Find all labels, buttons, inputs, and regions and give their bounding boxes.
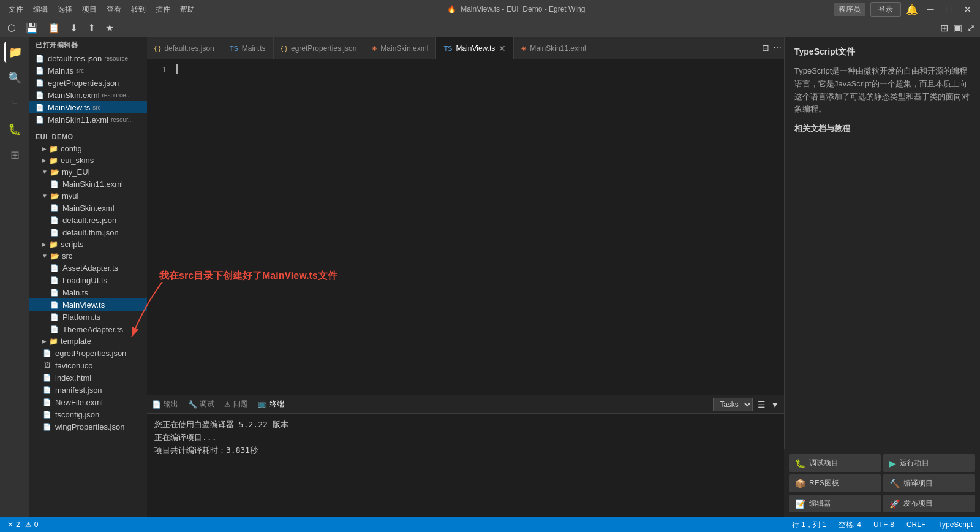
file-wing-props[interactable]: 📄 wingProperties.json xyxy=(29,420,147,433)
file-tsconfig[interactable]: 📄 tsconfig.json xyxy=(29,408,147,420)
star-icon[interactable]: ★ xyxy=(103,21,116,35)
tab-default-res[interactable]: { } default.res.json xyxy=(147,37,222,59)
file-platform-ts[interactable]: 📄 Platform.ts xyxy=(29,311,147,323)
folder-my-eui[interactable]: ▼ 📂 my_EUI xyxy=(29,166,147,178)
encoding[interactable]: UTF-8 xyxy=(871,520,897,529)
run-project-button[interactable]: ▶ 运行项目 xyxy=(883,454,975,472)
problems-icon: ⚠ xyxy=(224,400,231,409)
file-asset-adapter[interactable]: 📄 AssetAdapter.ts xyxy=(29,262,147,274)
user-role[interactable]: 程序员 xyxy=(834,3,865,16)
indentation[interactable]: 空格: 4 xyxy=(836,520,864,530)
close-button[interactable]: ✕ xyxy=(960,4,975,15)
open-file-egret-props[interactable]: 📄 egretProperties.json xyxy=(29,77,147,89)
explorer-icon[interactable]: 📁 xyxy=(4,42,25,63)
file-manifest-json[interactable]: 📄 manifest.json xyxy=(29,384,147,396)
terminal-tab-problems[interactable]: ⚠ 问题 xyxy=(224,397,248,412)
open-file-mainview[interactable]: 📄 MainView.ts src xyxy=(29,101,147,113)
file-default-res-json[interactable]: 📄 default.res.json xyxy=(29,214,147,226)
publish-project-button[interactable]: 🚀 发布项目 xyxy=(883,495,975,512)
file-main-ts[interactable]: 📄 Main.ts xyxy=(29,286,147,298)
menu-view[interactable]: 查看 xyxy=(103,3,125,16)
login-button[interactable]: 登录 xyxy=(870,2,901,17)
task-select[interactable]: Tasks xyxy=(713,398,753,411)
terminal-tab-output[interactable]: 📄 输出 xyxy=(152,397,178,412)
ts-tab-icon: TS xyxy=(443,45,452,52)
source-control-icon[interactable]: ⑂ xyxy=(4,93,25,114)
res-editor-button[interactable]: 📦 RES图板 xyxy=(789,474,881,492)
folder-template[interactable]: ▶ 📁 template xyxy=(29,335,147,347)
extensions-icon[interactable]: ⊞ xyxy=(4,145,25,165)
file-mainskin11[interactable]: 📄 MainSkin11.exml xyxy=(29,178,147,190)
tab-close-icon[interactable]: ✕ xyxy=(499,44,506,53)
folder-config[interactable]: ▶ 📁 config xyxy=(29,143,147,154)
menu-plugins[interactable]: 插件 xyxy=(152,3,174,16)
cursor xyxy=(176,64,178,74)
download-icon[interactable]: ⬇ xyxy=(67,21,80,35)
split-editor-icon[interactable]: ⊞ xyxy=(940,22,948,34)
code-editor-button[interactable]: 📝 编辑器 xyxy=(789,495,881,512)
tab-mainview-ts[interactable]: TS MainView.ts ✕ xyxy=(436,37,514,59)
menu-goto[interactable]: 转到 xyxy=(127,3,149,16)
upload-icon[interactable]: ⬆ xyxy=(85,21,98,35)
folder-scripts[interactable]: ▶ 📁 scripts xyxy=(29,238,147,250)
save-icon[interactable]: 💾 xyxy=(23,21,40,35)
errors-count[interactable]: ✕ 2 ⚠ 0 xyxy=(5,520,40,529)
copy-icon[interactable]: 📋 xyxy=(45,21,62,35)
file-mainview-ts[interactable]: 📄 MainView.ts xyxy=(29,298,147,311)
split-view-icon[interactable]: ⊟ xyxy=(762,43,769,53)
menu-select[interactable]: 选择 xyxy=(54,3,76,16)
open-file-mainskin[interactable]: 📄 MainSkin.exml resource... xyxy=(29,89,147,101)
minimize-button[interactable]: ─ xyxy=(923,4,937,15)
open-file-main-ts[interactable]: 📄 Main.ts src xyxy=(29,64,147,77)
file-egret-props-json[interactable]: 📄 egretProperties.json xyxy=(29,347,147,359)
menu-file[interactable]: 文件 xyxy=(5,3,27,16)
debug-project-button[interactable]: 🐛 调试项目 xyxy=(789,454,881,472)
terminal-tab-debug[interactable]: 🔧 调试 xyxy=(188,397,214,412)
clear-terminal-icon[interactable]: ☰ xyxy=(758,400,766,409)
line-ending[interactable]: CRLF xyxy=(904,520,928,529)
chevron-right-icon: ▶ xyxy=(42,241,47,248)
warning-icon: ⚠ xyxy=(25,520,32,529)
more-tabs-icon[interactable]: ⋯ xyxy=(773,43,782,53)
debug-btn-icon: 🐛 xyxy=(795,458,805,468)
open-file-mainskin11[interactable]: 📄 MainSkin11.exml resour... xyxy=(29,113,147,126)
file-loading-ui[interactable]: 📄 LoadingUI.ts xyxy=(29,274,147,286)
file-newfile-exml[interactable]: 📄 NewFile.exml xyxy=(29,396,147,408)
ico-icon: 🖼 xyxy=(42,360,53,370)
menu-project[interactable]: 项目 xyxy=(78,3,100,16)
layout-icon[interactable]: ▣ xyxy=(953,22,962,34)
cursor-position[interactable]: 行 1，列 1 xyxy=(790,520,829,530)
search-icon[interactable]: 🔍 xyxy=(4,67,25,88)
compile-project-button[interactable]: 🔨 编译项目 xyxy=(883,474,975,492)
tab-mainskin11[interactable]: ◈ MainSkin11.exml xyxy=(514,37,594,59)
maximize-button[interactable]: □ xyxy=(943,4,955,14)
titlebar: 文件 编辑 选择 项目 查看 转到 插件 帮助 🔥 MainView.ts - … xyxy=(0,0,980,18)
tab-main-ts[interactable]: TS Main.ts xyxy=(222,37,274,59)
folder-src[interactable]: ▼ 📂 src xyxy=(29,250,147,262)
menu-edit[interactable]: 编辑 xyxy=(29,3,51,16)
tab-mainskin[interactable]: ◈ MainSkin.exml xyxy=(364,37,436,59)
new-file-icon[interactable]: ⬡ xyxy=(5,21,18,35)
docs-link[interactable]: 相关文档与教程 xyxy=(794,123,970,134)
folder-open-icon: 📂 xyxy=(50,192,59,200)
file-theme-adapter[interactable]: 📄 ThemeAdapter.ts xyxy=(29,323,147,335)
ts-icon: 📄 xyxy=(49,275,60,285)
collapse-terminal-icon[interactable]: ▼ xyxy=(771,400,779,409)
file-mainskin-exml[interactable]: 📄 MainSkin.exml xyxy=(29,202,147,214)
notification-bell-icon[interactable]: 🔔 xyxy=(906,4,918,15)
debug-icon[interactable]: 🐛 xyxy=(4,119,25,140)
language-mode[interactable]: TypeScript xyxy=(935,520,975,529)
exml-file-icon: 📄 xyxy=(34,90,45,100)
ts-icon: 📄 xyxy=(49,263,60,273)
file-favicon[interactable]: 🖼 favicon.ico xyxy=(29,359,147,371)
run-btn-icon: ▶ xyxy=(889,458,896,468)
open-file-default-res[interactable]: 📄 default.res.json resource xyxy=(29,52,147,64)
folder-eui-skins[interactable]: ▶ 📁 eui_skins xyxy=(29,154,147,166)
folder-myui[interactable]: ▼ 📂 myui xyxy=(29,190,147,202)
fullscreen-icon[interactable]: ⤢ xyxy=(967,22,975,34)
tab-egret-props[interactable]: { } egretProperties.json xyxy=(274,37,365,59)
terminal-tab-terminal[interactable]: 📺 终端 xyxy=(258,397,284,412)
file-index-html[interactable]: 📄 index.html xyxy=(29,371,147,384)
menu-help[interactable]: 帮助 xyxy=(176,3,198,16)
file-default-thm-json[interactable]: 📄 default.thm.json xyxy=(29,226,147,238)
